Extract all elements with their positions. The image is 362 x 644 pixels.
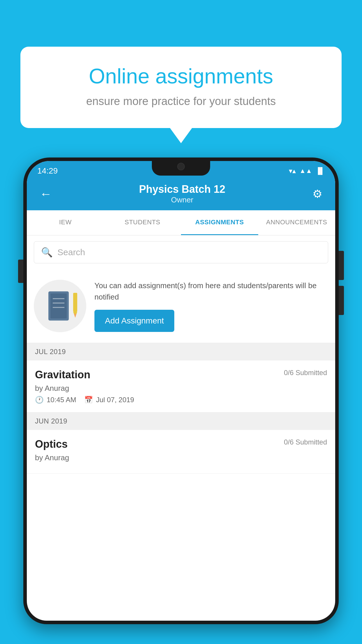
assignment-time: 🕐 10:45 AM (35, 396, 76, 404)
settings-icon[interactable]: ⚙ (310, 185, 325, 203)
notebook-icon (47, 290, 73, 322)
svg-rect-1 (50, 293, 67, 318)
tab-announcements[interactable]: ANNOUNCEMENTS (258, 210, 335, 235)
back-button[interactable]: ← (37, 185, 54, 203)
assignment-item-gravitation[interactable]: Gravitation 0/6 Submitted by Anurag 🕐 10… (27, 360, 335, 412)
pencil-icon (72, 293, 78, 318)
assignment-name-optics: Optics (35, 438, 68, 450)
month-header-jun: JUN 2019 (27, 412, 335, 430)
app-header: ← Physics Batch 12 Owner ⚙ (27, 178, 335, 210)
month-header-jul: JUL 2019 (27, 343, 335, 360)
assignment-by-optics: by Anurag (35, 453, 327, 462)
assignment-item-optics[interactable]: Optics 0/6 Submitted by Anurag (27, 430, 335, 474)
assignment-top-optics: Optics 0/6 Submitted (35, 438, 327, 450)
svg-rect-5 (73, 293, 77, 312)
tabs-container: IEW STUDENTS ASSIGNMENTS ANNOUNCEMENTS (27, 210, 335, 235)
assignment-submitted-gravitation: 0/6 Submitted (284, 369, 327, 377)
phone-camera (177, 163, 185, 170)
assignment-date: 📅 Jul 07, 2019 (84, 396, 134, 404)
tab-iew[interactable]: IEW (27, 210, 104, 235)
search-placeholder: Search (57, 247, 85, 257)
promo-section: You can add assignment(s) from here and … (27, 269, 335, 343)
assignment-name-gravitation: Gravitation (35, 369, 90, 381)
promo-icon-circle (34, 280, 86, 332)
wifi-icon: ▾▴ (289, 167, 296, 175)
assignment-submitted-optics: 0/6 Submitted (284, 438, 327, 446)
promo-content: You can add assignment(s) from here and … (94, 280, 328, 332)
bubble-subtitle: ensure more practice for your students (41, 95, 321, 108)
bubble-title: Online assignments (41, 64, 321, 88)
tab-assignments[interactable]: ASSIGNMENTS (181, 210, 258, 235)
calendar-icon: 📅 (84, 396, 93, 404)
volume-button (18, 260, 23, 283)
phone-container: 14:29 ▾▴ ▲▲ ▐▌ ← Physics Batch 12 Owner … (23, 158, 339, 644)
header-title: Physics Batch 12 (54, 183, 310, 195)
clock-icon: 🕐 (35, 396, 44, 404)
phone-frame: 14:29 ▾▴ ▲▲ ▐▌ ← Physics Batch 12 Owner … (23, 158, 339, 624)
add-assignment-button[interactable]: Add Assignment (94, 310, 174, 332)
assignment-by-gravitation: by Anurag (35, 384, 327, 393)
svg-marker-7 (74, 314, 76, 318)
status-icons: ▾▴ ▲▲ ▐▌ (289, 167, 325, 175)
promo-text: You can add assignment(s) from here and … (94, 280, 328, 303)
tab-students[interactable]: STUDENTS (104, 210, 181, 235)
battery-icon: ▐▌ (316, 167, 325, 175)
search-bar[interactable]: 🔍 Search (34, 241, 328, 263)
speech-bubble: Online assignments ensure more practice … (20, 47, 342, 128)
assignment-meta-gravitation: 🕐 10:45 AM 📅 Jul 07, 2019 (35, 396, 327, 404)
search-icon: 🔍 (41, 247, 53, 258)
header-center: Physics Batch 12 Owner (54, 183, 310, 204)
volume-down-button (339, 286, 344, 315)
signal-icon: ▲▲ (299, 167, 312, 175)
power-button (339, 251, 344, 280)
status-time: 14:29 (37, 166, 58, 176)
speech-bubble-container: Online assignments ensure more practice … (20, 47, 342, 128)
assignment-top: Gravitation 0/6 Submitted (35, 369, 327, 381)
search-container: 🔍 Search (27, 235, 335, 269)
phone-screen: 14:29 ▾▴ ▲▲ ▐▌ ← Physics Batch 12 Owner … (27, 161, 335, 621)
header-subtitle: Owner (54, 195, 310, 204)
